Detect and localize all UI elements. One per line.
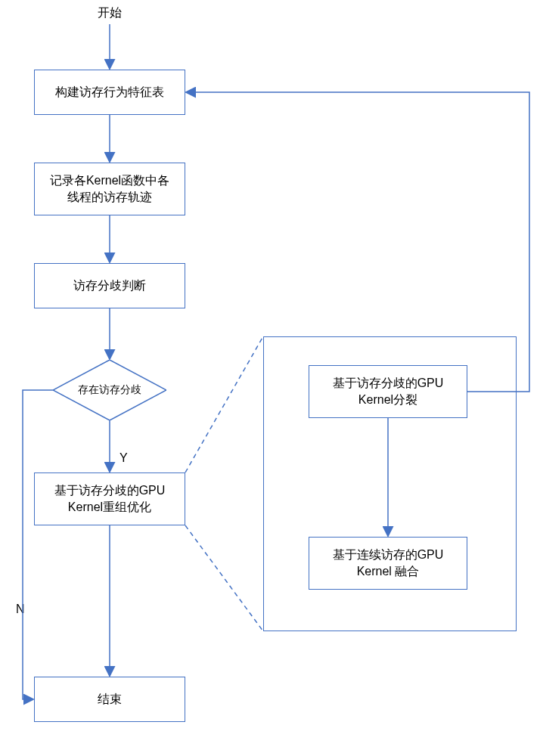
subprocess-kernel-merge: 基于连续访存的GPU Kernel 融合 bbox=[309, 537, 467, 590]
no-label: N bbox=[16, 603, 25, 616]
process-gpu-kernel-reorg: 基于访存分歧的GPU Kernel重组优化 bbox=[34, 472, 185, 525]
box2-line2: 线程的访存轨迹 bbox=[67, 191, 152, 203]
svg-line-8 bbox=[185, 525, 263, 631]
decision-has-divergence: 存在访存分歧 bbox=[53, 360, 166, 420]
terminal-start: 开始 bbox=[87, 3, 132, 23]
sub2-text: 基于连续访存的GPU Kernel 融合 bbox=[333, 547, 444, 579]
sub1-line1: 基于访存分歧的GPU bbox=[333, 376, 444, 389]
box2-line1: 记录各Kernel函数中各 bbox=[50, 174, 169, 187]
end-label: 结束 bbox=[98, 691, 122, 708]
process-record-kernel-traces: 记录各Kernel函数中各 线程的访存轨迹 bbox=[34, 163, 185, 215]
start-label: 开始 bbox=[98, 5, 122, 21]
box2-text: 记录各Kernel函数中各 线程的访存轨迹 bbox=[50, 172, 169, 205]
sub2-line2: Kernel 融合 bbox=[357, 565, 420, 578]
box4-text: 基于访存分歧的GPU Kernel重组优化 bbox=[54, 482, 166, 515]
sub1-line2: Kernel分裂 bbox=[358, 393, 417, 406]
box4-line2: Kernel重组优化 bbox=[68, 500, 151, 513]
yes-label: Y bbox=[119, 451, 128, 465]
process-divergence-check: 访存分歧判断 bbox=[34, 263, 185, 308]
box1-label: 构建访存行为特征表 bbox=[55, 84, 164, 101]
sub2-line1: 基于连续访存的GPU bbox=[333, 548, 444, 561]
sub1-text: 基于访存分歧的GPU Kernel分裂 bbox=[333, 375, 444, 407]
process-build-feature-table: 构建访存行为特征表 bbox=[34, 70, 185, 115]
terminal-end: 结束 bbox=[34, 677, 185, 722]
svg-line-7 bbox=[185, 336, 263, 472]
box3-label: 访存分歧判断 bbox=[73, 277, 146, 294]
box4-line1: 基于访存分歧的GPU bbox=[54, 484, 166, 497]
svg-marker-0 bbox=[53, 360, 166, 420]
subprocess-kernel-split: 基于访存分歧的GPU Kernel分裂 bbox=[309, 365, 467, 418]
